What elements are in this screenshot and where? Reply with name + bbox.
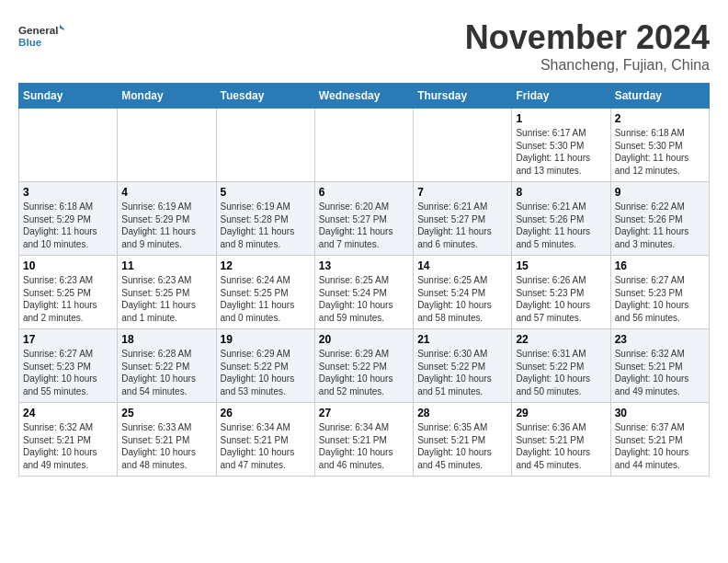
day-number: 11: [121, 259, 211, 272]
calendar-table: SundayMondayTuesdayWednesdayThursdayFrid…: [18, 83, 710, 477]
calendar-cell: 19Sunrise: 6:29 AM Sunset: 5:22 PM Dayli…: [216, 329, 314, 403]
day-number: 14: [417, 259, 507, 272]
day-number: 2: [615, 112, 705, 125]
calendar-cell: 10Sunrise: 6:23 AM Sunset: 5:25 PM Dayli…: [19, 256, 118, 329]
day-number: 12: [221, 259, 311, 272]
calendar-cell: 20Sunrise: 6:29 AM Sunset: 5:22 PM Dayli…: [314, 329, 413, 403]
calendar-cell: 9Sunrise: 6:22 AM Sunset: 5:26 PM Daylig…: [610, 182, 709, 256]
day-number: 18: [121, 333, 211, 346]
day-number: 30: [615, 407, 705, 419]
calendar-cell: 3Sunrise: 6:18 AM Sunset: 5:29 PM Daylig…: [19, 182, 118, 256]
calendar-cell: 28Sunrise: 6:35 AM Sunset: 5:21 PM Dayli…: [414, 403, 512, 477]
day-info: Sunrise: 6:34 AM Sunset: 5:21 PM Dayligh…: [221, 421, 311, 471]
day-number: 24: [23, 407, 113, 419]
day-info: Sunrise: 6:20 AM Sunset: 5:27 PM Dayligh…: [319, 201, 409, 250]
day-number: 26: [221, 407, 311, 419]
day-info: Sunrise: 6:27 AM Sunset: 5:23 PM Dayligh…: [615, 274, 705, 324]
calendar-cell: 24Sunrise: 6:32 AM Sunset: 5:21 PM Dayli…: [19, 403, 118, 477]
calendar-cell: 12Sunrise: 6:24 AM Sunset: 5:25 PM Dayli…: [216, 256, 314, 329]
day-number: 3: [23, 186, 113, 199]
calendar-cell: 8Sunrise: 6:21 AM Sunset: 5:26 PM Daylig…: [512, 182, 610, 256]
day-info: Sunrise: 6:27 AM Sunset: 5:23 PM Dayligh…: [23, 348, 113, 397]
calendar-cell: 5Sunrise: 6:19 AM Sunset: 5:28 PM Daylig…: [216, 182, 314, 256]
week-row-3: 10Sunrise: 6:23 AM Sunset: 5:25 PM Dayli…: [19, 256, 710, 329]
day-info: Sunrise: 6:32 AM Sunset: 5:21 PM Dayligh…: [23, 421, 113, 471]
day-info: Sunrise: 6:23 AM Sunset: 5:25 PM Dayligh…: [121, 274, 211, 324]
day-number: 28: [417, 407, 507, 419]
calendar-cell: 26Sunrise: 6:34 AM Sunset: 5:21 PM Dayli…: [216, 403, 314, 477]
calendar-cell: 13Sunrise: 6:25 AM Sunset: 5:24 PM Dayli…: [314, 256, 413, 329]
day-number: 23: [615, 333, 705, 346]
day-number: 27: [319, 407, 409, 419]
day-info: Sunrise: 6:31 AM Sunset: 5:22 PM Dayligh…: [516, 348, 606, 397]
day-info: Sunrise: 6:18 AM Sunset: 5:30 PM Dayligh…: [615, 127, 705, 177]
week-row-5: 24Sunrise: 6:32 AM Sunset: 5:21 PM Dayli…: [19, 403, 710, 477]
day-info: Sunrise: 6:21 AM Sunset: 5:27 PM Dayligh…: [417, 201, 507, 250]
col-header-wednesday: Wednesday: [314, 84, 413, 109]
day-number: 7: [417, 186, 507, 199]
day-number: 15: [516, 259, 606, 272]
day-number: 29: [516, 407, 606, 419]
day-number: 19: [221, 333, 311, 346]
location: Shancheng, Fujian, China: [465, 57, 710, 74]
day-info: Sunrise: 6:18 AM Sunset: 5:29 PM Dayligh…: [23, 201, 113, 250]
calendar-cell: 7Sunrise: 6:21 AM Sunset: 5:27 PM Daylig…: [414, 182, 512, 256]
day-number: 5: [221, 186, 311, 199]
calendar-cell: 22Sunrise: 6:31 AM Sunset: 5:22 PM Dayli…: [512, 329, 610, 403]
day-number: 8: [516, 186, 606, 199]
day-info: Sunrise: 6:32 AM Sunset: 5:21 PM Dayligh…: [615, 348, 705, 397]
day-info: Sunrise: 6:36 AM Sunset: 5:21 PM Dayligh…: [516, 421, 606, 471]
day-number: 4: [121, 186, 211, 199]
col-header-saturday: Saturday: [610, 84, 709, 109]
calendar-cell: 15Sunrise: 6:26 AM Sunset: 5:23 PM Dayli…: [512, 256, 610, 329]
calendar-cell: [19, 109, 118, 182]
day-info: Sunrise: 6:26 AM Sunset: 5:23 PM Dayligh…: [516, 274, 606, 324]
calendar-cell: 21Sunrise: 6:30 AM Sunset: 5:22 PM Dayli…: [414, 329, 512, 403]
day-info: Sunrise: 6:19 AM Sunset: 5:29 PM Dayligh…: [121, 201, 211, 250]
day-number: 6: [319, 186, 409, 199]
day-info: Sunrise: 6:17 AM Sunset: 5:30 PM Dayligh…: [516, 127, 606, 177]
day-info: Sunrise: 6:25 AM Sunset: 5:24 PM Dayligh…: [417, 274, 507, 324]
svg-text:Blue: Blue: [18, 36, 42, 48]
col-header-tuesday: Tuesday: [216, 84, 314, 109]
calendar-cell: 16Sunrise: 6:27 AM Sunset: 5:23 PM Dayli…: [610, 256, 709, 329]
day-info: Sunrise: 6:33 AM Sunset: 5:21 PM Dayligh…: [121, 421, 211, 471]
page-header: General Blue November 2024 Shancheng, Fu…: [18, 18, 710, 74]
calendar-cell: 11Sunrise: 6:23 AM Sunset: 5:25 PM Dayli…: [118, 256, 216, 329]
calendar-cell: 23Sunrise: 6:32 AM Sunset: 5:21 PM Dayli…: [610, 329, 709, 403]
week-row-1: 1Sunrise: 6:17 AM Sunset: 5:30 PM Daylig…: [19, 109, 710, 182]
week-row-2: 3Sunrise: 6:18 AM Sunset: 5:29 PM Daylig…: [19, 182, 710, 256]
day-number: 21: [417, 333, 507, 346]
calendar-cell: 29Sunrise: 6:36 AM Sunset: 5:21 PM Dayli…: [512, 403, 610, 477]
month-title: November 2024: [465, 18, 710, 57]
calendar-cell: 6Sunrise: 6:20 AM Sunset: 5:27 PM Daylig…: [314, 182, 413, 256]
day-info: Sunrise: 6:23 AM Sunset: 5:25 PM Dayligh…: [23, 274, 113, 324]
day-number: 17: [23, 333, 113, 346]
day-info: Sunrise: 6:25 AM Sunset: 5:24 PM Dayligh…: [319, 274, 409, 324]
day-info: Sunrise: 6:28 AM Sunset: 5:22 PM Dayligh…: [121, 348, 211, 397]
day-info: Sunrise: 6:24 AM Sunset: 5:25 PM Dayligh…: [221, 274, 311, 324]
calendar-cell: 25Sunrise: 6:33 AM Sunset: 5:21 PM Dayli…: [118, 403, 216, 477]
calendar-cell: 2Sunrise: 6:18 AM Sunset: 5:30 PM Daylig…: [610, 109, 709, 182]
calendar-cell: 18Sunrise: 6:28 AM Sunset: 5:22 PM Dayli…: [118, 329, 216, 403]
col-header-friday: Friday: [512, 84, 610, 109]
calendar-cell: [314, 109, 413, 182]
title-block: November 2024 Shancheng, Fujian, China: [465, 18, 710, 74]
col-header-thursday: Thursday: [414, 84, 512, 109]
svg-marker-2: [60, 25, 64, 31]
svg-text:General: General: [18, 24, 58, 36]
col-header-sunday: Sunday: [19, 84, 118, 109]
calendar-cell: 27Sunrise: 6:34 AM Sunset: 5:21 PM Dayli…: [314, 403, 413, 477]
calendar-cell: 14Sunrise: 6:25 AM Sunset: 5:24 PM Dayli…: [414, 256, 512, 329]
calendar-cell: [414, 109, 512, 182]
day-number: 16: [615, 259, 705, 272]
day-number: 1: [516, 112, 606, 125]
calendar-cell: [118, 109, 216, 182]
day-info: Sunrise: 6:34 AM Sunset: 5:21 PM Dayligh…: [319, 421, 409, 471]
day-info: Sunrise: 6:37 AM Sunset: 5:21 PM Dayligh…: [615, 421, 705, 471]
day-info: Sunrise: 6:35 AM Sunset: 5:21 PM Dayligh…: [417, 421, 507, 471]
calendar-cell: 30Sunrise: 6:37 AM Sunset: 5:21 PM Dayli…: [610, 403, 709, 477]
logo-svg: General Blue: [18, 18, 64, 55]
calendar-cell: 4Sunrise: 6:19 AM Sunset: 5:29 PM Daylig…: [118, 182, 216, 256]
day-number: 22: [516, 333, 606, 346]
